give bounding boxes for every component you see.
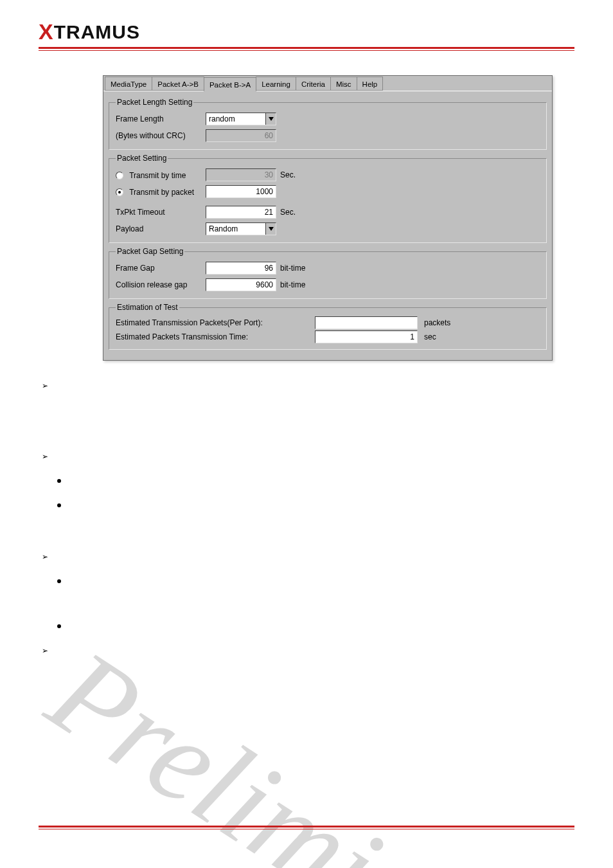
label-payload: Payload xyxy=(116,224,206,233)
label-est-transmission-time: Estimated Packets Transmission Time: xyxy=(116,332,315,341)
body-text: ➢ ➢ ➢ ➢ xyxy=(42,380,571,656)
body-paragraph xyxy=(69,620,571,632)
chevron-down-icon xyxy=(265,113,276,125)
arrow-bullet-icon: ➢ xyxy=(42,380,49,438)
tab-mediatype[interactable]: MediaType xyxy=(105,77,152,91)
label-transmit-by-packet: Transmit by packet xyxy=(129,188,194,197)
page-header: XTRAMUS xyxy=(0,0,613,56)
unit-bit-time-1: bit-time xyxy=(280,264,305,273)
tab-packet-b-a[interactable]: Packet B->A xyxy=(204,77,256,91)
tab-strip: MediaType Packet A->B Packet B->A Learni… xyxy=(103,76,552,91)
label-transmit-by-time: Transmit by time xyxy=(129,171,186,180)
group-estimation-of-test: Estimation of Test Estimated Transmissio… xyxy=(109,303,547,350)
legend-packet-gap-setting: Packet Gap Setting xyxy=(116,247,184,256)
logo-x: X xyxy=(39,19,54,44)
unit-packets: packets xyxy=(424,318,450,327)
bullet-icon xyxy=(57,579,61,583)
input-frame-gap[interactable] xyxy=(206,262,276,275)
unit-sec-2: Sec. xyxy=(280,208,296,217)
header-rule-top xyxy=(39,47,574,49)
unit-sec-1: Sec. xyxy=(280,170,296,179)
footer-rule-top xyxy=(39,826,574,827)
input-transmit-by-time xyxy=(206,168,276,181)
radio-transmit-by-time[interactable] xyxy=(116,172,123,179)
select-frame-length-value: random xyxy=(209,114,235,123)
body-paragraph xyxy=(69,475,571,487)
group-packet-length-setting: Packet Length Setting Frame Length rando… xyxy=(109,98,547,150)
arrow-bullet-icon: ➢ xyxy=(42,451,49,462)
footer-rule-bottom xyxy=(39,829,574,829)
output-est-transmission-time xyxy=(315,330,418,343)
input-transmit-by-packet[interactable] xyxy=(206,185,276,198)
body-paragraph xyxy=(69,575,571,608)
legend-packet-setting: Packet Setting xyxy=(116,154,168,163)
bullet-icon xyxy=(57,503,61,507)
bullet-icon xyxy=(57,479,61,483)
select-payload[interactable]: Random xyxy=(206,222,276,235)
radio-transmit-by-packet[interactable] xyxy=(116,188,123,196)
unit-sec-3: sec xyxy=(424,332,436,341)
brand-logo: XTRAMUS xyxy=(39,19,574,44)
bullet-icon xyxy=(57,624,61,628)
group-packet-setting: Packet Setting Transmit by time Sec. Tra… xyxy=(109,154,547,243)
arrow-bullet-icon: ➢ xyxy=(42,645,49,656)
output-est-transmission-packets xyxy=(315,316,418,329)
body-paragraph xyxy=(57,380,571,438)
group-packet-gap-setting: Packet Gap Setting Frame Gap bit-time Co… xyxy=(109,247,547,299)
input-bytes-without-crc xyxy=(206,129,276,142)
arrow-bullet-icon: ➢ xyxy=(42,551,49,563)
tab-packet-a-b[interactable]: Packet A->B xyxy=(152,77,204,91)
logo-rest: TRAMUS xyxy=(54,21,140,42)
label-frame-length: Frame Length xyxy=(116,114,206,123)
settings-window: MediaType Packet A->B Packet B->A Learni… xyxy=(103,75,553,361)
svg-marker-1 xyxy=(269,227,274,231)
select-payload-value: Random xyxy=(209,224,238,233)
unit-bit-time-2: bit-time xyxy=(280,280,305,289)
watermark-text: Preliminary xyxy=(26,622,593,868)
tab-misc[interactable]: Misc xyxy=(330,77,357,91)
body-paragraph xyxy=(57,451,571,462)
body-paragraph xyxy=(57,645,571,656)
tab-criteria[interactable]: Criteria xyxy=(296,77,331,91)
page-footer xyxy=(39,823,574,829)
label-bytes-without-crc: (Bytes without CRC) xyxy=(116,131,206,140)
label-txpkt-timeout: TxPkt Timeout xyxy=(116,208,206,217)
legend-estimation-of-test: Estimation of Test xyxy=(116,303,179,312)
label-collision-release-gap: Collision release gap xyxy=(116,280,206,289)
label-est-transmission-packets: Estimated Transmission Packets(Per Port)… xyxy=(116,318,315,327)
svg-marker-0 xyxy=(269,117,274,121)
tab-learning[interactable]: Learning xyxy=(256,77,296,91)
body-paragraph xyxy=(69,500,571,538)
select-frame-length[interactable]: random xyxy=(206,113,276,125)
input-txpkt-timeout[interactable] xyxy=(206,206,276,219)
tab-help[interactable]: Help xyxy=(357,77,384,91)
chevron-down-icon xyxy=(265,223,276,235)
label-frame-gap: Frame Gap xyxy=(116,264,206,273)
input-collision-release-gap[interactable] xyxy=(206,278,276,291)
body-paragraph xyxy=(57,551,571,563)
legend-packet-length-setting: Packet Length Setting xyxy=(116,98,193,107)
header-rule-bottom xyxy=(39,50,574,51)
